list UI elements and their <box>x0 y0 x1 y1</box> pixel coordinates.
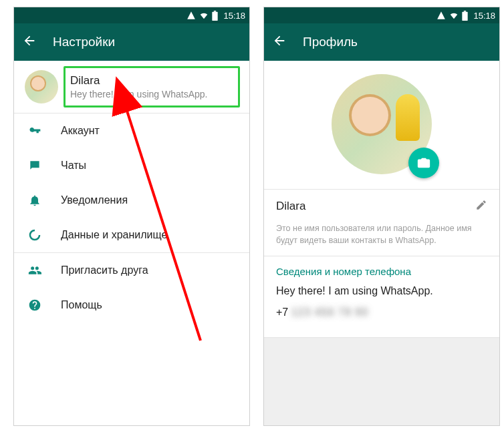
page-title: Настройки <box>53 35 115 49</box>
arrow-back-icon <box>22 33 37 48</box>
app-bar: Настройки <box>14 23 249 61</box>
avatar <box>25 70 58 103</box>
settings-item-data[interactable]: Данные и хранилище <box>14 218 249 252</box>
back-button[interactable] <box>272 33 287 51</box>
settings-item-chats[interactable]: Чаты <box>14 148 249 183</box>
app-bar: Профиль <box>264 23 499 61</box>
status-bar: 15:18 <box>264 7 499 23</box>
help-icon <box>27 298 42 312</box>
avatar-area <box>264 61 499 189</box>
name-value: Dilara <box>276 200 305 213</box>
label: Уведомления <box>61 194 128 206</box>
signal-icon <box>436 11 446 20</box>
label: Чаты <box>61 160 86 172</box>
about-value[interactable]: Hey there! I am using WhatsApp. <box>276 285 487 297</box>
profile-status: Hey there! I am using WhatsApp. <box>70 89 207 99</box>
camera-icon <box>416 156 431 170</box>
pencil-icon <box>475 199 487 211</box>
settings-item-notifications[interactable]: Уведомления <box>14 183 249 218</box>
bell-icon <box>27 194 42 207</box>
status-bar: 15:18 <box>14 7 249 23</box>
settings-item-account[interactable]: Аккаунт <box>14 114 249 148</box>
chat-icon <box>27 159 42 172</box>
change-photo-button[interactable] <box>408 148 439 178</box>
profile-screen: 15:18 Профиль Dilara Это не имя пользова… <box>263 7 500 426</box>
wifi-icon <box>199 11 209 20</box>
label: Помощь <box>61 299 102 311</box>
signal-icon <box>186 11 196 20</box>
phone-value[interactable]: +7 123 456 78 90 <box>276 306 487 318</box>
svg-rect-1 <box>214 11 216 12</box>
label: Данные и хранилище <box>61 229 167 241</box>
data-usage-icon <box>27 228 42 242</box>
key-icon <box>27 124 42 138</box>
svg-rect-3 <box>464 11 466 12</box>
label: Пригласить друга <box>61 264 148 276</box>
clock: 15:18 <box>223 11 245 21</box>
page-title: Профиль <box>303 35 358 49</box>
battery-icon <box>212 11 218 21</box>
name-hint: Это не имя пользователя или пароль. Данн… <box>264 223 499 256</box>
empty-area <box>264 337 499 425</box>
settings-screen: 15:18 Настройки Dilara Hey there! I am u… <box>13 7 250 426</box>
profile-name: Dilara <box>70 74 207 87</box>
edit-name-button[interactable] <box>475 199 487 214</box>
settings-item-help[interactable]: Помощь <box>14 288 249 322</box>
label: Аккаунт <box>61 125 100 137</box>
svg-rect-2 <box>463 11 468 20</box>
settings-item-invite[interactable]: Пригласить друга <box>14 253 249 288</box>
profile-row[interactable]: Dilara Hey there! I am using WhatsApp. <box>14 61 249 113</box>
section-title: Сведения и номер телефона <box>276 266 487 277</box>
arrow-back-icon <box>272 33 287 48</box>
wifi-icon <box>449 11 459 20</box>
svg-rect-0 <box>213 11 218 20</box>
back-button[interactable] <box>22 33 37 51</box>
name-section[interactable]: Dilara <box>264 189 499 223</box>
about-phone-section: Сведения и номер телефона Hey there! I a… <box>264 256 499 337</box>
people-icon <box>27 264 42 277</box>
clock: 15:18 <box>473 11 495 21</box>
battery-icon <box>462 11 468 21</box>
